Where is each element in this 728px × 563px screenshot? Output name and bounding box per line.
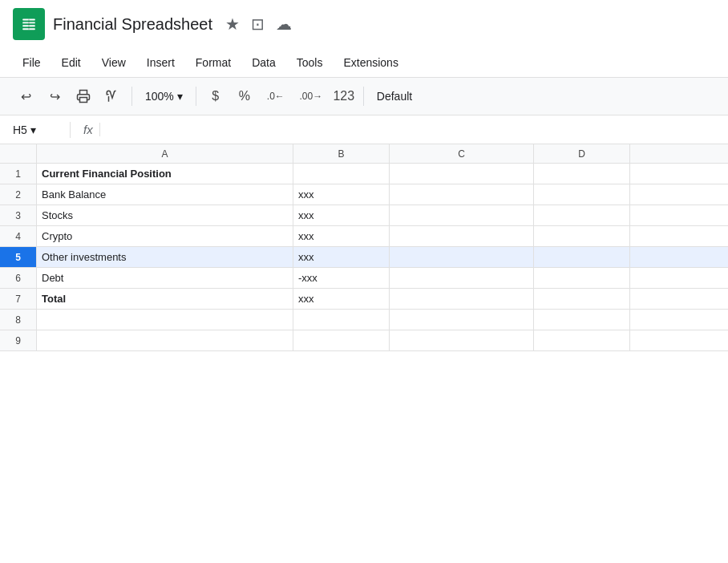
menu-edit[interactable]: Edit: [52, 53, 91, 72]
doc-title: Financial Spreadsheet: [53, 15, 212, 34]
cell-b4[interactable]: xxx: [293, 226, 390, 246]
menu-view[interactable]: View: [92, 53, 135, 72]
cell-b6[interactable]: -xxx: [293, 268, 390, 288]
paintformat-button[interactable]: [99, 83, 125, 109]
undo-button[interactable]: ↩: [13, 83, 38, 109]
row-number: 6: [0, 268, 37, 288]
toolbar-divider-1: [131, 87, 132, 106]
cell-d7[interactable]: [534, 289, 630, 309]
fx-label: fx: [77, 123, 100, 136]
cell-c6[interactable]: [390, 268, 534, 288]
zoom-selector[interactable]: 100% ▾: [139, 88, 189, 104]
cell-a7[interactable]: Total: [37, 289, 293, 309]
cell-c4[interactable]: [390, 226, 534, 246]
col-header-d[interactable]: D: [534, 144, 630, 163]
redo-button[interactable]: ↪: [42, 83, 67, 109]
move-icon[interactable]: ⊡: [251, 14, 265, 34]
table-row[interactable]: 8: [0, 310, 728, 330]
cell-c3[interactable]: [390, 205, 534, 225]
col-header-b[interactable]: B: [293, 144, 390, 163]
cell-a5[interactable]: Other investments: [37, 247, 293, 267]
cell-b3[interactable]: xxx: [293, 205, 390, 225]
cell-ref-value: H5: [13, 124, 27, 136]
cell-d5[interactable]: [534, 247, 630, 267]
cell-d4[interactable]: [534, 226, 630, 246]
dollar-button[interactable]: $: [203, 83, 229, 109]
toolbar: ↩ ↪ 100% ▾ $ % .0← .00→ 123 Default: [0, 77, 728, 115]
svg-rect-5: [28, 19, 29, 30]
cell-a4[interactable]: Crypto: [37, 226, 293, 246]
col-header-c[interactable]: C: [390, 144, 534, 163]
zoom-label: 100%: [145, 90, 174, 103]
menu-data[interactable]: Data: [242, 53, 285, 72]
row-number: 3: [0, 205, 37, 225]
font-selector[interactable]: Default: [370, 88, 419, 104]
cell-c7[interactable]: [390, 289, 534, 309]
cell-d2[interactable]: [534, 184, 630, 205]
table-row[interactable]: 2Bank Balancexxx: [0, 184, 728, 205]
cell-a3[interactable]: Stocks: [37, 205, 293, 225]
cell-d9[interactable]: [534, 330, 630, 350]
formula-input[interactable]: [107, 115, 722, 144]
table-row[interactable]: 6Debt-xxx: [0, 268, 728, 289]
cell-b5[interactable]: xxx: [293, 247, 390, 267]
svg-rect-6: [80, 98, 87, 103]
table-row[interactable]: 9: [0, 330, 728, 351]
decimal-inc-label: .00→: [299, 91, 322, 102]
table-row[interactable]: 7Totalxxx: [0, 289, 728, 310]
cell-b7[interactable]: xxx: [293, 289, 390, 309]
row-number: 2: [0, 184, 37, 205]
cell-a9[interactable]: [37, 330, 293, 350]
menu-format[interactable]: Format: [186, 53, 241, 72]
cell-a1[interactable]: Current Financial Position: [37, 164, 293, 184]
table-row[interactable]: 3Stocksxxx: [0, 205, 728, 226]
cell-d1[interactable]: [534, 164, 630, 184]
col-header-a[interactable]: A: [37, 144, 293, 163]
cell-ref-dropdown-icon: ▾: [30, 124, 36, 136]
cell-reference[interactable]: H5 ▾: [6, 122, 71, 138]
menu-extensions[interactable]: Extensions: [334, 53, 407, 72]
decimal-dec-button[interactable]: .0←: [261, 83, 291, 109]
grid-body: 1Current Financial Position2Bank Balance…: [0, 164, 728, 351]
toolbar-divider-2: [196, 87, 196, 106]
row-number: 9: [0, 330, 37, 350]
table-row[interactable]: 5Other investmentsxxx: [0, 247, 728, 268]
cell-d3[interactable]: [534, 205, 630, 225]
table-row[interactable]: 4Cryptoxxx: [0, 226, 728, 247]
spreadsheet: A B C D 1Current Financial Position2Bank…: [0, 144, 728, 563]
cell-c5[interactable]: [390, 247, 534, 267]
cell-c1[interactable]: [390, 164, 534, 184]
percent-button[interactable]: %: [232, 83, 257, 109]
star-icon[interactable]: ★: [225, 14, 240, 34]
menu-tools[interactable]: Tools: [287, 53, 333, 72]
cloud-icon[interactable]: ☁: [276, 14, 292, 34]
cell-c8[interactable]: [390, 310, 534, 330]
toolbar-divider-3: [363, 87, 364, 106]
app-icon: [13, 8, 45, 40]
cell-a8[interactable]: [37, 310, 293, 330]
cell-a2[interactable]: Bank Balance: [37, 184, 293, 205]
cell-d8[interactable]: [534, 310, 630, 330]
cell-b8[interactable]: [293, 310, 390, 330]
cell-c2[interactable]: [390, 184, 534, 205]
decimal-dec-label: .0←: [267, 91, 285, 102]
title-actions: ★ ⊡ ☁: [225, 14, 292, 34]
number-format-button[interactable]: 123: [331, 83, 357, 109]
cell-c9[interactable]: [390, 330, 534, 350]
print-button[interactable]: [71, 83, 96, 109]
cell-a6[interactable]: Debt: [37, 268, 293, 288]
title-bar: Financial Spreadsheet ★ ⊡ ☁: [0, 0, 728, 48]
menu-bar: File Edit View Insert Format Data Tools …: [0, 48, 728, 77]
cell-b2[interactable]: xxx: [293, 184, 390, 205]
table-row[interactable]: 1Current Financial Position: [0, 164, 728, 184]
formula-bar: H5 ▾ fx: [0, 115, 728, 144]
row-number: 7: [0, 289, 37, 309]
decimal-inc-button[interactable]: .00→: [294, 83, 328, 109]
zoom-arrow-icon: ▾: [177, 90, 183, 103]
cell-b1[interactable]: [293, 164, 390, 184]
row-number: 5: [0, 247, 37, 267]
cell-b9[interactable]: [293, 330, 390, 350]
menu-insert[interactable]: Insert: [137, 53, 184, 72]
menu-file[interactable]: File: [13, 53, 51, 72]
cell-d6[interactable]: [534, 268, 630, 288]
